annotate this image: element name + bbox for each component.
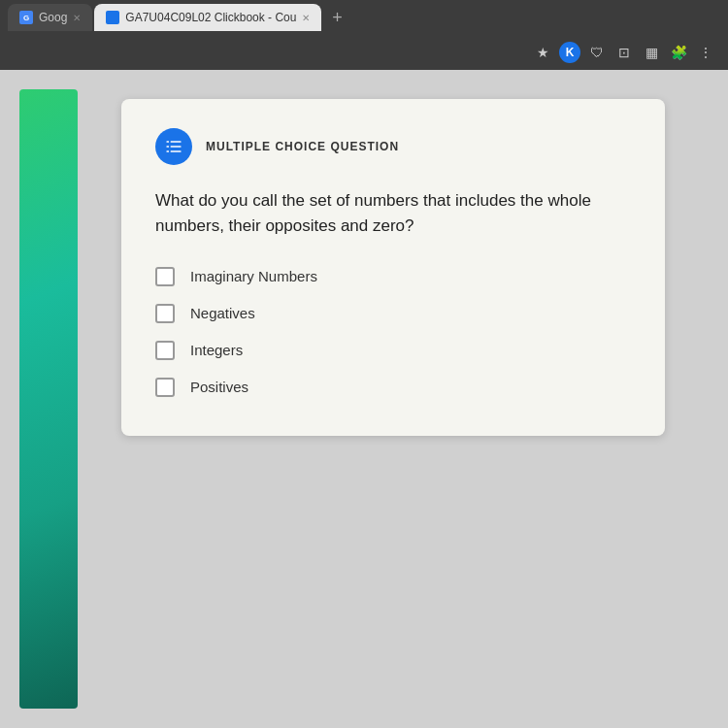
mcq-label: MULTIPLE CHOICE QUESTION <box>206 140 399 153</box>
left-sidebar <box>19 89 78 709</box>
bookmark-icon[interactable]: ★ <box>532 42 553 63</box>
svg-rect-3 <box>171 146 182 148</box>
browser-chrome: G Goog ✕ GA7U04C09L02 Clickbook - Cou ✕ … <box>0 0 728 70</box>
page-content: MULTIPLE CHOICE QUESTION What do you cal… <box>0 70 728 728</box>
mcq-icon <box>155 128 192 165</box>
tab-clickbook[interactable]: GA7U04C09L02 Clickbook - Cou ✕ <box>94 4 321 31</box>
checkbox-4[interactable] <box>155 378 175 397</box>
flag-icon[interactable]: ▦ <box>641 42 662 63</box>
option-label-4: Positives <box>190 379 248 395</box>
answer-option-4[interactable]: Positives <box>155 378 631 397</box>
question-text: What do you call the set of numbers that… <box>155 188 631 240</box>
svg-rect-5 <box>171 150 182 152</box>
goog-favicon: G <box>19 11 33 24</box>
more-options-icon[interactable]: ⋮ <box>695 42 716 63</box>
svg-rect-1 <box>171 141 182 143</box>
shield-icon[interactable]: 🛡 <box>586 42 608 63</box>
tab-clickbook-close[interactable]: ✕ <box>302 13 310 23</box>
tab-bar: G Goog ✕ GA7U04C09L02 Clickbook - Cou ✕ … <box>0 0 728 35</box>
tab-clickbook-label: GA7U04C09L02 Clickbook - Cou <box>125 11 296 24</box>
k-extension-icon[interactable]: K <box>559 42 580 63</box>
answer-option-1[interactable]: Imaginary Numbers <box>155 267 631 286</box>
answer-option-2[interactable]: Negatives <box>155 304 631 323</box>
answer-option-3[interactable]: Integers <box>155 341 631 360</box>
tab-goog-label: Goog <box>39 11 67 24</box>
option-label-1: Imaginary Numbers <box>190 268 317 284</box>
tab-goog[interactable]: G Goog ✕ <box>8 4 92 31</box>
browser-toolbar: ★ K 🛡 ⊡ ▦ 🧩 ⋮ <box>0 35 728 70</box>
checkbox-2[interactable] <box>155 304 175 323</box>
clickbook-favicon <box>106 11 119 24</box>
screen-icon[interactable]: ⊡ <box>613 42 635 63</box>
option-label-2: Negatives <box>190 305 255 321</box>
answer-options: Imaginary Numbers Negatives Integers Pos… <box>155 267 631 397</box>
svg-rect-0 <box>167 141 170 143</box>
checkbox-1[interactable] <box>155 267 175 286</box>
question-card: MULTIPLE CHOICE QUESTION What do you cal… <box>121 99 665 436</box>
option-label-3: Integers <box>190 342 243 358</box>
main-content: MULTIPLE CHOICE QUESTION What do you cal… <box>78 89 709 709</box>
checkbox-3[interactable] <box>155 341 175 360</box>
svg-rect-4 <box>167 150 170 152</box>
list-icon <box>164 137 183 156</box>
svg-rect-2 <box>167 146 170 148</box>
tab-goog-close[interactable]: ✕ <box>73 13 81 23</box>
new-tab-button[interactable]: + <box>323 4 350 31</box>
toolbar-icons: ★ K 🛡 ⊡ ▦ 🧩 ⋮ <box>532 42 716 63</box>
puzzle-icon[interactable]: 🧩 <box>668 42 689 63</box>
question-header: MULTIPLE CHOICE QUESTION <box>155 128 631 165</box>
